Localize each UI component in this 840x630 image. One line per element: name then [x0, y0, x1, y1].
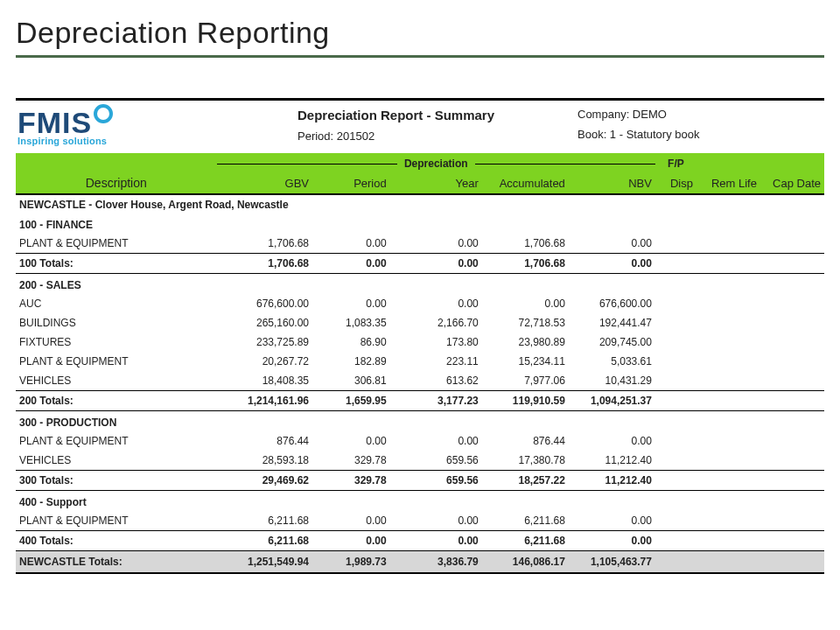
table-row: PLANT & EQUIPMENT6,211.680.000.006,211.6… [16, 511, 824, 531]
totals-label: 200 Totals: [16, 391, 217, 411]
report-book: Book: 1 - Statutory book [578, 128, 822, 141]
section-header: 400 - Support [16, 491, 824, 512]
row-desc: PLANT & EQUIPMENT [16, 431, 217, 451]
table-row: FIXTURES233,725.8986.90173.8023,980.8920… [16, 332, 824, 352]
table-row: PLANT & EQUIPMENT1,706.680.000.001,706.6… [16, 234, 824, 254]
section-title: 300 - PRODUCTION [16, 411, 824, 432]
section-title: 100 - FINANCE [16, 214, 824, 234]
report-title: Depreciation Report - Summary [298, 108, 578, 122]
row-desc: PLANT & EQUIPMENT [16, 352, 217, 371]
table-row: BUILDINGS265,160.001,083.352,166.7072,71… [16, 313, 824, 332]
row-desc: PLANT & EQUIPMENT [16, 511, 217, 531]
col-description: Description [16, 174, 217, 194]
row-desc: VEHICLES [16, 451, 217, 471]
section-totals: 400 Totals:6,211.680.000.006,211.680.00 [16, 531, 824, 551]
location-row: NEWCASTLE - Clover House, Argent Road, N… [16, 194, 824, 214]
report-table: Depreciation F/P Description GBV Period … [16, 153, 824, 574]
report-company: Company: DEMO [578, 108, 822, 121]
fp-span-label: F/P [655, 153, 696, 174]
col-cap-date: Cap Date [760, 174, 824, 194]
title-rule [16, 55, 824, 58]
grand-label: NEWCASTLE Totals: [16, 551, 217, 574]
section-header: 200 - SALES [16, 274, 824, 295]
col-rem-life: Rem Life [696, 174, 760, 194]
logo-text: FMIS [18, 108, 92, 137]
location-label: NEWCASTLE - Clover House, Argent Road, N… [16, 194, 824, 214]
section-totals: 200 Totals:1,214,161.961,659.953,177.231… [16, 391, 824, 411]
report-header-center: Depreciation Report - Summary Period: 20… [298, 108, 578, 143]
col-period: Period [312, 174, 390, 194]
section-totals: 300 Totals:29,469.62329.78659.5618,257.2… [16, 471, 824, 491]
row-desc: PLANT & EQUIPMENT [16, 234, 217, 254]
column-headers: Description GBV Period Year Accumulated … [16, 174, 824, 194]
row-desc: BUILDINGS [16, 313, 217, 332]
logo-tagline: Inspiring solutions [18, 136, 298, 146]
row-desc: FIXTURES [16, 332, 217, 352]
page-title: Depreciation Reporting [16, 16, 824, 50]
row-desc: VEHICLES [16, 371, 217, 391]
col-disp: Disp [655, 174, 696, 194]
col-accumulated: Accumulated [482, 174, 569, 194]
totals-label: 300 Totals: [16, 471, 217, 491]
col-gbv: GBV [217, 174, 313, 194]
grand-totals: NEWCASTLE Totals:1,251,549.941,989.733,8… [16, 551, 824, 574]
report: FMIS Inspiring solutions Depreciation Re… [16, 98, 824, 574]
table-row: PLANT & EQUIPMENT876.440.000.00876.440.0… [16, 431, 824, 451]
row-desc: AUC [16, 294, 217, 313]
section-title: 400 - Support [16, 491, 824, 512]
header-band-top: Depreciation F/P [16, 153, 824, 174]
totals-label: 400 Totals: [16, 531, 217, 551]
table-row: PLANT & EQUIPMENT20,267.72182.89223.1115… [16, 352, 824, 371]
report-header-right: Company: DEMO Book: 1 - Statutory book [578, 108, 822, 141]
col-year: Year [390, 174, 482, 194]
section-header: 100 - FINANCE [16, 214, 824, 234]
section-header: 300 - PRODUCTION [16, 411, 824, 432]
table-row: VEHICLES28,593.18329.78659.5617,380.7811… [16, 451, 824, 471]
depreciation-span-label: Depreciation [390, 153, 482, 174]
report-period: Period: 201502 [298, 130, 578, 143]
section-title: 200 - SALES [16, 274, 824, 295]
table-row: VEHICLES18,408.35306.81613.627,977.0610,… [16, 371, 824, 391]
section-totals: 100 Totals:1,706.680.000.001,706.680.00 [16, 254, 824, 274]
table-row: AUC676,600.000.000.000.00676,600.00 [16, 294, 824, 313]
col-nbv: NBV [569, 174, 655, 194]
logo-block: FMIS Inspiring solutions [18, 108, 298, 146]
report-header: FMIS Inspiring solutions Depreciation Re… [16, 108, 824, 153]
totals-label: 100 Totals: [16, 254, 217, 274]
ring-icon [94, 104, 113, 123]
